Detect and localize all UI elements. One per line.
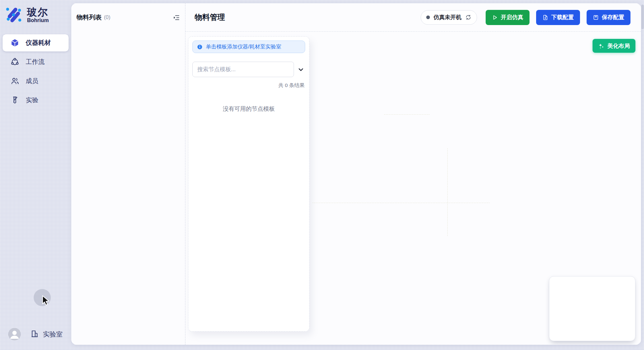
workflow-icon <box>11 58 19 66</box>
hint-banner: 单击模板添加仪器/耗材至实验室 <box>192 41 305 53</box>
sidebar-nav: 仪器耗材 工作流 <box>3 34 69 109</box>
canvas-guide-line <box>384 114 430 115</box>
beautify-layout-label: 美化布局 <box>607 42 630 50</box>
sidebar-item-label: 实验 <box>26 96 38 104</box>
page-title: 物料管理 <box>195 12 225 22</box>
workspace-header: 物料管理 仿真未开机 <box>185 3 641 32</box>
play-icon <box>492 15 498 20</box>
node-template-panel: 单击模板添加仪器/耗材至实验室 共 0 条结果 没有可用的节点模板 <box>188 36 309 332</box>
sidebar-item-instruments[interactable]: 仪器耗材 <box>3 34 69 51</box>
search-input[interactable] <box>192 62 294 77</box>
user-avatar[interactable] <box>8 328 21 340</box>
sidebar: 玻尔 Bohrium 仪器耗材 <box>0 0 71 350</box>
members-icon <box>11 77 19 85</box>
empty-templates-message: 没有可用的节点模板 <box>192 105 305 113</box>
materials-list-title: 物料列表 <box>77 13 102 22</box>
start-simulation-button[interactable]: 开启仿真 <box>486 10 530 25</box>
experiment-icon <box>11 96 19 104</box>
info-icon <box>197 44 203 50</box>
save-icon <box>593 15 599 20</box>
beautify-layout-button[interactable]: 美化布局 <box>593 39 635 53</box>
brand-name-zh: 玻尔 <box>27 7 49 17</box>
results-count: 共 0 条结果 <box>192 82 305 89</box>
minimap[interactable] <box>549 276 635 341</box>
brand-name-en: Bohrium <box>27 17 49 23</box>
scrollbar-thumb[interactable] <box>641 5 644 29</box>
bohrium-logo-icon <box>5 5 23 25</box>
collapse-panel-icon[interactable] <box>173 14 180 21</box>
materials-list-panel: 物料列表 (0) <box>71 3 185 345</box>
search-row <box>192 62 305 77</box>
canvas-guide-line <box>312 203 490 203</box>
chevron-down-icon[interactable] <box>297 66 305 73</box>
sidebar-item-workflow[interactable]: 工作流 <box>3 53 69 71</box>
download-icon <box>542 15 548 20</box>
download-config-label: 下载配置 <box>551 14 574 21</box>
save-config-label: 保存配置 <box>602 14 624 21</box>
lab-label: 实验室 <box>43 330 63 339</box>
cube-icon <box>11 39 19 47</box>
main-content: 物料列表 (0) 物料管理 仿真未开机 <box>71 3 641 345</box>
hint-banner-text: 单击模板添加仪器/耗材至实验室 <box>206 44 281 50</box>
sidebar-item-label: 成员 <box>26 77 38 85</box>
sidebar-item-label: 仪器耗材 <box>26 39 51 47</box>
canvas-guide-line <box>447 148 448 236</box>
status-label: 仿真未开机 <box>434 14 462 21</box>
sidebar-item-experiments[interactable]: 实验 <box>3 92 69 109</box>
start-simulation-label: 开启仿真 <box>501 14 523 21</box>
layout-canvas[interactable]: 单击模板添加仪器/耗材至实验室 共 0 条结果 没有可用的节点模板 <box>185 32 641 345</box>
refresh-icon[interactable] <box>465 14 471 20</box>
sidebar-item-members[interactable]: 成员 <box>3 73 69 90</box>
brand: 玻尔 Bohrium <box>0 0 71 25</box>
materials-list-count: (0) <box>104 15 111 20</box>
sparkles-icon <box>598 43 604 49</box>
header-actions: 仿真未开机 <box>421 10 630 25</box>
sidebar-item-label: 工作流 <box>26 58 45 66</box>
app-window: 玻尔 Bohrium 仪器耗材 <box>0 0 644 350</box>
mouse-cursor-icon <box>41 295 51 308</box>
workspace: 物料管理 仿真未开机 <box>185 3 641 345</box>
download-config-button[interactable]: 下载配置 <box>536 10 580 25</box>
sidebar-item-lab[interactable]: 实验室 <box>30 329 63 339</box>
save-config-button[interactable]: 保存配置 <box>587 10 630 25</box>
building-icon <box>30 329 39 339</box>
simulation-status-pill: 仿真未开机 <box>421 10 477 25</box>
materials-list-header: 物料列表 (0) <box>71 3 185 22</box>
status-dot-icon <box>426 15 430 19</box>
